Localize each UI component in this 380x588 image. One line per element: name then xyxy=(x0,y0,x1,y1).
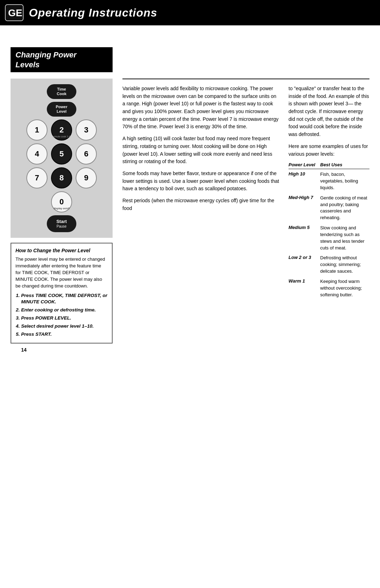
para1: Variable power levels add flexibility to… xyxy=(122,85,280,131)
section-title: Changing Power Levels xyxy=(11,47,113,72)
desc-medhigh7: Gentle cooking of meat and poultry; baki… xyxy=(320,195,369,221)
num-1-button[interactable]: 1 xyxy=(26,119,48,141)
col2-para2: Here are some examples of uses for vario… xyxy=(289,143,369,158)
step-2: Enter cooking or defrosting time. xyxy=(21,307,108,314)
num-4-button[interactable]: 4 xyxy=(26,143,48,165)
num-5-button[interactable]: 5 xyxy=(51,143,72,165)
level-medhigh7: Med-High 7 xyxy=(289,195,320,200)
col2-para1: to "equalize" or transfer heat to the in… xyxy=(289,85,369,138)
desc-high10: Fish, bacon, vegetables, boiling liquids… xyxy=(320,171,369,191)
desc-low23: Defrosting without cooking; simmering; d… xyxy=(320,255,369,275)
divider xyxy=(122,79,369,79)
num-3-button[interactable]: 3 xyxy=(76,119,97,141)
right-content: Variable power levels add flexibility to… xyxy=(113,79,369,302)
instructions-body: The power level may be entered or change… xyxy=(15,256,108,289)
numpad-row-3: 7 8 9 xyxy=(26,167,97,188)
para3: Some foods may have better flavor, textu… xyxy=(122,170,280,193)
power-level-button[interactable]: Power Level xyxy=(47,102,76,117)
desc-warm1: Keeping food warm without overcooking; s… xyxy=(320,278,369,298)
col-uses-header: Best Uses xyxy=(320,162,369,167)
level-high10: High 10 xyxy=(289,171,320,177)
step-4: Select desired power level 1–10. xyxy=(21,323,108,330)
table-header: Power Level Best Uses xyxy=(289,162,369,169)
instructions-box: How to Change the Power Level The power … xyxy=(11,243,113,343)
para4: Rest periods (when the microwave energy … xyxy=(122,197,280,212)
level-warm1: Warm 1 xyxy=(289,278,320,284)
time-cook-button[interactable]: Time Cook xyxy=(47,84,76,99)
main-text-col2: to "equalize" or transfer heat to the in… xyxy=(289,85,369,302)
power-table: Power Level Best Uses High 10 Fish, baco… xyxy=(289,162,369,298)
power-row-high10: High 10 Fish, bacon, vegetables, boiling… xyxy=(289,171,369,191)
step-3: Press POWER LEVEL. xyxy=(21,315,108,322)
main-text-col1: Variable power levels add flexibility to… xyxy=(122,85,280,302)
num-0-button[interactable]: 0 display on/off xyxy=(51,191,72,212)
step-1: Press TIME COOK, TIME DEFROST, or MINUTE… xyxy=(21,292,108,306)
page-header: GE Operating Instructions xyxy=(0,0,380,25)
num-8-button[interactable]: 8 xyxy=(51,167,72,188)
num-2-button[interactable]: 2 minute cook 1-6 xyxy=(51,119,72,141)
num-9-button[interactable]: 9 xyxy=(76,167,97,188)
left-panel: Time Cook Power Level 1 2 minute cook 1-… xyxy=(11,79,113,343)
page-number: 14 xyxy=(21,347,380,353)
power-row-medhigh7: Med-High 7 Gentle cooking of meat and po… xyxy=(289,195,369,221)
step-5: Press START. xyxy=(21,331,108,338)
instructions-title: How to Change the Power Level xyxy=(15,247,108,254)
start-pause-button[interactable]: Start Pause xyxy=(47,215,76,232)
instructions-steps: Press TIME COOK, TIME DEFROST, or MINUTE… xyxy=(15,292,108,338)
svg-text:GE: GE xyxy=(8,7,22,18)
numpad-row-2: 4 5 6 xyxy=(26,143,97,165)
power-row-medium5: Medium 5 Slow cooking and tenderizing su… xyxy=(289,225,369,251)
level-low23: Low 2 or 3 xyxy=(289,255,320,260)
keypad-area: Time Cook Power Level 1 2 minute cook 1-… xyxy=(11,79,113,238)
num-7-button[interactable]: 7 xyxy=(26,167,48,188)
power-row-low23: Low 2 or 3 Defrosting without cooking; s… xyxy=(289,255,369,275)
brand-logo: GE xyxy=(4,3,25,23)
desc-medium5: Slow cooking and tenderizing such as ste… xyxy=(320,225,369,251)
power-row-warm1: Warm 1 Keeping food warm without overcoo… xyxy=(289,278,369,298)
page-title: Operating Instructions xyxy=(29,6,157,19)
col-level-header: Power Level xyxy=(289,162,320,167)
level-medium5: Medium 5 xyxy=(289,225,320,230)
num-6-button[interactable]: 6 xyxy=(76,143,97,165)
numpad-row-1: 1 2 minute cook 1-6 3 xyxy=(26,119,97,141)
para2: A high setting (10) will cook faster but… xyxy=(122,135,280,166)
